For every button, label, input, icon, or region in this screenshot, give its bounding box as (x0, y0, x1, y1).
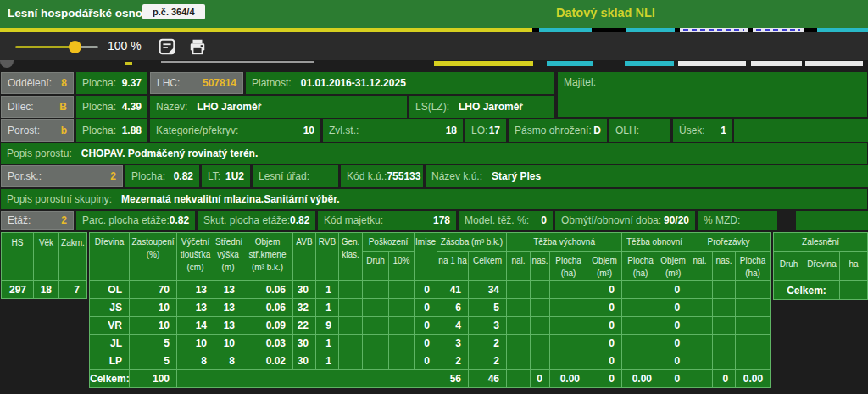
form-row-porsk: Por.sk.: 2 Plocha: 0.82 LT: 1U2 Lesní úř… (1, 165, 868, 187)
total-cell: 0.00 (622, 370, 659, 388)
species-cell: 0 (659, 299, 687, 317)
species-cell (687, 317, 713, 335)
species-name-cell: LP (90, 352, 130, 370)
field-label: Zvl.st.: (329, 125, 359, 136)
field-value: 1U2 (225, 170, 244, 182)
species-cell (736, 352, 771, 370)
species-cell (531, 299, 550, 317)
zoom-slider-handle[interactable] (69, 41, 81, 53)
celkem-header: Celkem (469, 252, 507, 281)
scrollbar-fragment[interactable] (161, 61, 314, 63)
porost-selector[interactable]: Porost: b (1, 119, 74, 142)
ha-header: ha (840, 252, 868, 281)
field-label: LHC: (157, 77, 180, 89)
lesni-urad-field: Lesní úřad: (253, 165, 338, 187)
species-cell (339, 352, 363, 370)
species-cell (339, 317, 363, 335)
field-label: Porost: (8, 125, 40, 136)
field-label: Plocha: (131, 170, 165, 182)
datastore-title: Datový sklad NLI (556, 6, 655, 19)
species-cell: 13 (214, 317, 242, 335)
species-cell: 0 (587, 352, 622, 370)
field-label: % MZD: (704, 214, 740, 226)
kod-majetku-field: Kód majetku: 178 (318, 211, 456, 230)
species-row: LP5880.0230102200 (90, 352, 771, 370)
field-value: 1.88 (122, 125, 142, 136)
species-cell: 1 (316, 335, 339, 352)
species-cell (550, 281, 587, 299)
field-value: 17 (489, 125, 500, 136)
field-value: 507814 (203, 77, 236, 89)
field-label: Por.sk.: (8, 170, 42, 182)
field-value: 9.37 (122, 77, 142, 89)
species-cell: 10 (130, 299, 177, 317)
note-icon[interactable] (158, 37, 176, 56)
window-artifact-stripe-bottom (0, 60, 868, 68)
field-value: 755133 (387, 170, 420, 182)
plocha-ha-header: Plocha (ha) (622, 252, 659, 281)
field-label: Pásmo ohrožení: (515, 125, 592, 136)
tloustka-header: Výčetní tloušťka (cm) (177, 233, 214, 281)
field-value: Mezernatá nekvalitní mlazina.Sanitární v… (121, 193, 339, 205)
gen-klas-header: Gen. klas. (339, 233, 363, 281)
total-cell: 0.00 (550, 370, 587, 388)
popis-porostu-field: Popis porostu: CHOPAV. Podmáčený rovinat… (1, 143, 867, 164)
species-cell (339, 299, 363, 317)
species-cell: 0 (659, 335, 687, 352)
field-value: 0.82 (174, 170, 193, 182)
species-cell (507, 281, 531, 299)
obmyti-field: Obmýtí/obnovní doba: 90/20 (555, 211, 695, 230)
field-label: Model. těž. %: (465, 214, 529, 226)
hs-value: 297 (2, 281, 34, 299)
field-label: Úsek: (679, 125, 705, 136)
field-value: 1 (721, 125, 726, 136)
etaz-selector[interactable]: Etáž: 2 (1, 211, 74, 230)
species-cell (687, 281, 713, 299)
porsk-selector[interactable]: Por.sk.: 2 (1, 165, 123, 187)
imise-header: Imise (415, 233, 437, 281)
species-cell (713, 317, 736, 335)
species-cell: 70 (130, 281, 177, 299)
form-row-popis-skupiny: Popis porostní skupiny: Mezernatá nekval… (1, 189, 867, 209)
species-cell (713, 352, 736, 370)
species-cell (531, 281, 550, 299)
species-cell (550, 299, 587, 317)
printer-icon[interactable] (188, 37, 207, 56)
total-zastoupeni-cell: 100 (130, 370, 177, 388)
species-cell (389, 317, 415, 335)
species-cell: 0.03 (242, 335, 293, 352)
species-cell: 30 (293, 281, 316, 299)
species-cell (363, 352, 389, 370)
lhc-selector[interactable]: LHC: 507814 (150, 72, 243, 94)
plocha-ha-header: Plocha (ha) (736, 252, 771, 281)
species-cell: 2 (437, 352, 469, 370)
zalesneni-total-label: Celkem: (774, 281, 840, 300)
objem-m3-header: Objem (m³) (587, 252, 622, 281)
field-value: LHO Jaroměř (459, 101, 523, 113)
species-cell (622, 352, 659, 370)
form-row-popis-porostu: Popis porostu: CHOPAV. Podmáčený rovinat… (1, 143, 867, 164)
form-row-dilec: Dílec: B Plocha: 4.39 Název: LHO Jaroměř… (1, 96, 554, 118)
field-value: LHO Jaroměř (197, 101, 261, 113)
field-label: Etáž: (8, 214, 31, 226)
zoom-slider-track[interactable] (15, 46, 75, 48)
objem-m3-header: Objem (m³) (659, 252, 687, 281)
zalesneni-title-row: Zalesnění (774, 233, 868, 252)
species-cell: 0.06 (242, 281, 293, 299)
species-cell: 10 (130, 317, 177, 335)
species-cell: 13 (177, 281, 214, 299)
field-label: Plocha: (82, 101, 116, 113)
zalesneni-title: Zalesnění (774, 233, 868, 252)
total-cell: 0 (713, 370, 736, 388)
species-name-cell: VR (90, 317, 130, 335)
oddeleni-selector[interactable]: Oddělení: 8 (1, 72, 74, 94)
species-cell: 9 (316, 317, 339, 335)
species-cell (736, 317, 771, 335)
species-cell (363, 335, 389, 352)
species-cell (550, 352, 587, 370)
species-cell (713, 335, 736, 352)
species-cell (622, 335, 659, 352)
species-cell (531, 335, 550, 352)
dilec-selector[interactable]: Dílec: B (1, 96, 74, 118)
field-value: 2 (61, 214, 67, 226)
